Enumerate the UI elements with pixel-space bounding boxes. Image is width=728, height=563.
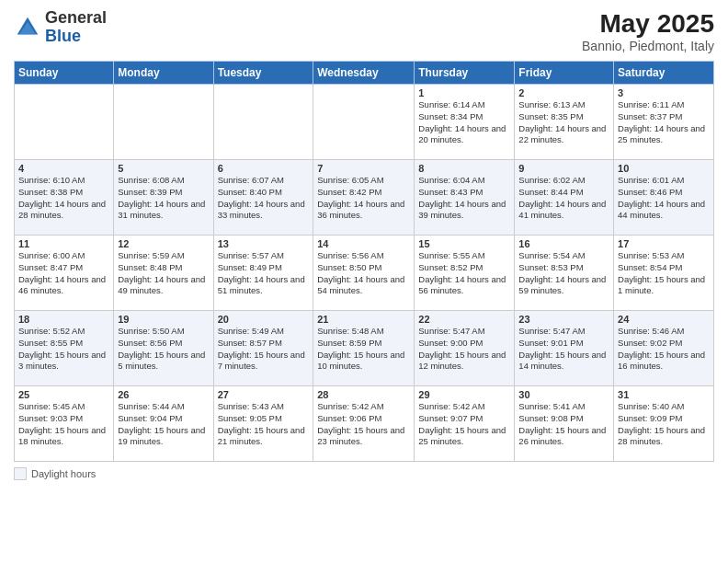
day-info: Sunrise: 5:53 AM Sunset: 8:54 PM Dayligh… <box>618 250 710 297</box>
calendar-day-27: 27Sunrise: 5:43 AM Sunset: 9:05 PM Dayli… <box>213 386 313 462</box>
day-info: Sunrise: 6:04 AM Sunset: 8:43 PM Dayligh… <box>418 175 510 222</box>
logo-general-label: General <box>45 9 107 28</box>
day-number: 3 <box>618 87 710 98</box>
calendar-day-7: 7Sunrise: 6:05 AM Sunset: 8:42 PM Daylig… <box>313 160 415 236</box>
day-number: 9 <box>518 163 609 174</box>
calendar-weekday-saturday: Saturday <box>614 62 714 85</box>
calendar-day-21: 21Sunrise: 5:48 AM Sunset: 8:59 PM Dayli… <box>313 311 415 386</box>
calendar-empty-cell <box>15 85 114 160</box>
calendar-weekday-wednesday: Wednesday <box>313 62 415 85</box>
day-info: Sunrise: 6:01 AM Sunset: 8:46 PM Dayligh… <box>618 175 710 222</box>
calendar-week-2: 4Sunrise: 6:10 AM Sunset: 8:38 PM Daylig… <box>15 160 714 236</box>
calendar-empty-cell <box>114 85 213 160</box>
day-info: Sunrise: 5:41 AM Sunset: 9:08 PM Dayligh… <box>518 401 609 448</box>
calendar-week-4: 18Sunrise: 5:52 AM Sunset: 8:55 PM Dayli… <box>15 311 714 386</box>
location: Bannio, Piedmont, Italy <box>582 39 714 53</box>
day-number: 29 <box>418 389 510 400</box>
logo: General Blue <box>14 9 107 46</box>
calendar-weekday-tuesday: Tuesday <box>213 62 313 85</box>
month-title: May 2025 <box>582 9 714 39</box>
day-info: Sunrise: 5:48 AM Sunset: 8:59 PM Dayligh… <box>317 326 410 373</box>
day-info: Sunrise: 5:40 AM Sunset: 9:09 PM Dayligh… <box>618 401 710 448</box>
calendar-day-14: 14Sunrise: 5:56 AM Sunset: 8:50 PM Dayli… <box>313 236 415 311</box>
day-info: Sunrise: 5:43 AM Sunset: 9:05 PM Dayligh… <box>218 401 310 448</box>
calendar-week-3: 11Sunrise: 6:00 AM Sunset: 8:47 PM Dayli… <box>15 236 714 311</box>
header: General Blue May 2025 Bannio, Piedmont, … <box>14 9 714 53</box>
calendar-day-15: 15Sunrise: 5:55 AM Sunset: 8:52 PM Dayli… <box>415 236 515 311</box>
calendar-day-26: 26Sunrise: 5:44 AM Sunset: 9:04 PM Dayli… <box>114 386 213 462</box>
calendar-week-1: 1Sunrise: 6:14 AM Sunset: 8:34 PM Daylig… <box>15 85 714 160</box>
calendar-day-11: 11Sunrise: 6:00 AM Sunset: 8:47 PM Dayli… <box>15 236 114 311</box>
day-info: Sunrise: 6:02 AM Sunset: 8:44 PM Dayligh… <box>518 175 609 222</box>
day-number: 26 <box>118 389 209 400</box>
calendar-day-10: 10Sunrise: 6:01 AM Sunset: 8:46 PM Dayli… <box>614 160 714 236</box>
day-info: Sunrise: 6:00 AM Sunset: 8:47 PM Dayligh… <box>18 250 109 297</box>
calendar-day-16: 16Sunrise: 5:54 AM Sunset: 8:53 PM Dayli… <box>515 236 614 311</box>
calendar-day-23: 23Sunrise: 5:47 AM Sunset: 9:01 PM Dayli… <box>515 311 614 386</box>
calendar-day-12: 12Sunrise: 5:59 AM Sunset: 8:48 PM Dayli… <box>114 236 213 311</box>
legend-label: Daylight hours <box>31 468 96 479</box>
calendar-day-8: 8Sunrise: 6:04 AM Sunset: 8:43 PM Daylig… <box>415 160 515 236</box>
logo-icon <box>14 14 41 41</box>
calendar-day-24: 24Sunrise: 5:46 AM Sunset: 9:02 PM Dayli… <box>614 311 714 386</box>
day-info: Sunrise: 5:47 AM Sunset: 9:00 PM Dayligh… <box>418 326 510 373</box>
logo-blue-label: Blue <box>45 28 107 46</box>
calendar-day-2: 2Sunrise: 6:13 AM Sunset: 8:35 PM Daylig… <box>515 85 614 160</box>
day-info: Sunrise: 5:59 AM Sunset: 8:48 PM Dayligh… <box>118 250 209 297</box>
calendar-day-5: 5Sunrise: 6:08 AM Sunset: 8:39 PM Daylig… <box>114 160 213 236</box>
day-number: 1 <box>418 87 510 98</box>
day-number: 17 <box>618 238 710 249</box>
calendar-empty-cell <box>313 85 415 160</box>
legend-box <box>14 467 27 480</box>
day-number: 25 <box>18 389 109 400</box>
day-info: Sunrise: 5:42 AM Sunset: 9:07 PM Dayligh… <box>418 401 510 448</box>
day-info: Sunrise: 6:14 AM Sunset: 8:34 PM Dayligh… <box>418 99 510 146</box>
title-block: May 2025 Bannio, Piedmont, Italy <box>582 9 714 53</box>
day-info: Sunrise: 6:13 AM Sunset: 8:35 PM Dayligh… <box>518 99 609 146</box>
day-number: 30 <box>518 389 609 400</box>
calendar-day-28: 28Sunrise: 5:42 AM Sunset: 9:06 PM Dayli… <box>313 386 415 462</box>
day-number: 23 <box>518 314 609 325</box>
day-number: 5 <box>118 163 209 174</box>
day-info: Sunrise: 5:46 AM Sunset: 9:02 PM Dayligh… <box>618 326 710 373</box>
day-number: 13 <box>218 238 310 249</box>
day-info: Sunrise: 5:44 AM Sunset: 9:04 PM Dayligh… <box>118 401 209 448</box>
day-info: Sunrise: 5:55 AM Sunset: 8:52 PM Dayligh… <box>418 250 510 297</box>
calendar-day-20: 20Sunrise: 5:49 AM Sunset: 8:57 PM Dayli… <box>213 311 313 386</box>
day-number: 19 <box>118 314 209 325</box>
day-info: Sunrise: 6:10 AM Sunset: 8:38 PM Dayligh… <box>18 175 109 222</box>
page: General Blue May 2025 Bannio, Piedmont, … <box>0 0 728 563</box>
calendar-day-30: 30Sunrise: 5:41 AM Sunset: 9:08 PM Dayli… <box>515 386 614 462</box>
day-number: 8 <box>418 163 510 174</box>
day-info: Sunrise: 5:47 AM Sunset: 9:01 PM Dayligh… <box>518 326 609 373</box>
day-number: 27 <box>218 389 310 400</box>
calendar-header-row: SundayMondayTuesdayWednesdayThursdayFrid… <box>15 62 714 85</box>
calendar-day-31: 31Sunrise: 5:40 AM Sunset: 9:09 PM Dayli… <box>614 386 714 462</box>
day-info: Sunrise: 5:45 AM Sunset: 9:03 PM Dayligh… <box>18 401 109 448</box>
day-info: Sunrise: 6:05 AM Sunset: 8:42 PM Dayligh… <box>317 175 410 222</box>
logo-text: General Blue <box>45 9 107 46</box>
calendar-weekday-thursday: Thursday <box>415 62 515 85</box>
day-number: 12 <box>118 238 209 249</box>
day-info: Sunrise: 5:57 AM Sunset: 8:49 PM Dayligh… <box>218 250 310 297</box>
day-info: Sunrise: 6:08 AM Sunset: 8:39 PM Dayligh… <box>118 175 209 222</box>
calendar-weekday-sunday: Sunday <box>15 62 114 85</box>
day-number: 24 <box>618 314 710 325</box>
day-number: 22 <box>418 314 510 325</box>
calendar-weekday-friday: Friday <box>515 62 614 85</box>
legend: Daylight hours <box>14 467 714 480</box>
day-number: 20 <box>218 314 310 325</box>
day-info: Sunrise: 5:56 AM Sunset: 8:50 PM Dayligh… <box>317 250 410 297</box>
day-info: Sunrise: 6:11 AM Sunset: 8:37 PM Dayligh… <box>618 99 710 146</box>
calendar-week-5: 25Sunrise: 5:45 AM Sunset: 9:03 PM Dayli… <box>15 386 714 462</box>
calendar-day-29: 29Sunrise: 5:42 AM Sunset: 9:07 PM Dayli… <box>415 386 515 462</box>
day-number: 16 <box>518 238 609 249</box>
day-number: 15 <box>418 238 510 249</box>
day-number: 4 <box>18 163 109 174</box>
day-info: Sunrise: 5:49 AM Sunset: 8:57 PM Dayligh… <box>218 326 310 373</box>
day-info: Sunrise: 5:52 AM Sunset: 8:55 PM Dayligh… <box>18 326 109 373</box>
calendar-day-17: 17Sunrise: 5:53 AM Sunset: 8:54 PM Dayli… <box>614 236 714 311</box>
day-info: Sunrise: 5:54 AM Sunset: 8:53 PM Dayligh… <box>518 250 609 297</box>
calendar-day-22: 22Sunrise: 5:47 AM Sunset: 9:00 PM Dayli… <box>415 311 515 386</box>
day-number: 6 <box>218 163 310 174</box>
